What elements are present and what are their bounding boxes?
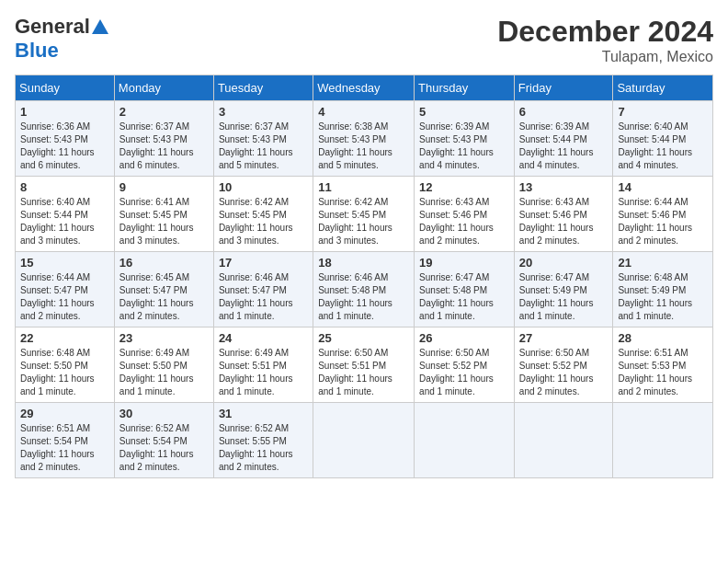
day-info: Sunrise: 6:51 AM Sunset: 5:54 PM Dayligh… xyxy=(20,422,109,474)
day-info: Sunrise: 6:38 AM Sunset: 5:43 PM Dayligh… xyxy=(318,121,409,172)
day-info: Sunrise: 6:40 AM Sunset: 5:44 PM Dayligh… xyxy=(20,196,109,247)
day-number: 17 xyxy=(219,256,308,270)
day-info: Sunrise: 6:52 AM Sunset: 5:55 PM Dayligh… xyxy=(219,422,308,474)
day-info: Sunrise: 6:49 AM Sunset: 5:50 PM Dayligh… xyxy=(119,347,209,398)
col-thursday: Thursday xyxy=(415,75,515,101)
day-info: Sunrise: 6:52 AM Sunset: 5:54 PM Dayligh… xyxy=(119,422,209,474)
day-number: 22 xyxy=(20,331,109,345)
day-cell-19: 19 Sunrise: 6:47 AM Sunset: 5:48 PM Dayl… xyxy=(415,252,515,327)
day-cell-12: 12 Sunrise: 6:43 AM Sunset: 5:46 PM Dayl… xyxy=(415,177,515,252)
calendar-week-row: 29 Sunrise: 6:51 AM Sunset: 5:54 PM Dayl… xyxy=(16,403,713,478)
month-title: December 2024 xyxy=(497,15,713,49)
empty-cell xyxy=(313,403,415,478)
day-info: Sunrise: 6:50 AM Sunset: 5:51 PM Dayligh… xyxy=(318,347,409,398)
day-cell-31: 31 Sunrise: 6:52 AM Sunset: 5:55 PM Dayl… xyxy=(213,403,313,478)
day-info: Sunrise: 6:42 AM Sunset: 5:45 PM Dayligh… xyxy=(219,196,308,247)
day-info: Sunrise: 6:47 AM Sunset: 5:49 PM Dayligh… xyxy=(519,271,609,323)
day-number: 29 xyxy=(20,407,109,420)
day-number: 10 xyxy=(219,180,308,194)
day-number: 4 xyxy=(318,105,409,119)
day-number: 31 xyxy=(219,407,308,420)
day-info: Sunrise: 6:49 AM Sunset: 5:51 PM Dayligh… xyxy=(219,347,308,398)
calendar-week-row: 1 Sunrise: 6:36 AM Sunset: 5:43 PM Dayli… xyxy=(16,101,713,177)
calendar-week-row: 8 Sunrise: 6:40 AM Sunset: 5:44 PM Dayli… xyxy=(16,177,713,252)
calendar-week-row: 15 Sunrise: 6:44 AM Sunset: 5:47 PM Dayl… xyxy=(16,252,713,327)
day-cell-30: 30 Sunrise: 6:52 AM Sunset: 5:54 PM Dayl… xyxy=(114,403,213,478)
day-number: 19 xyxy=(419,256,509,270)
day-cell-11: 11 Sunrise: 6:42 AM Sunset: 5:45 PM Dayl… xyxy=(313,177,415,252)
col-saturday: Saturday xyxy=(613,75,713,101)
day-cell-23: 23 Sunrise: 6:49 AM Sunset: 5:50 PM Dayl… xyxy=(114,327,213,403)
empty-cell xyxy=(613,403,713,478)
day-info: Sunrise: 6:39 AM Sunset: 5:43 PM Dayligh… xyxy=(419,121,509,172)
day-number: 2 xyxy=(119,105,209,119)
title-block: December 2024 Tulapam, Mexico xyxy=(497,15,713,65)
day-cell-10: 10 Sunrise: 6:42 AM Sunset: 5:45 PM Dayl… xyxy=(213,177,313,252)
day-info: Sunrise: 6:44 AM Sunset: 5:46 PM Dayligh… xyxy=(618,196,708,247)
day-info: Sunrise: 6:48 AM Sunset: 5:50 PM Dayligh… xyxy=(20,347,109,398)
day-cell-5: 5 Sunrise: 6:39 AM Sunset: 5:43 PM Dayli… xyxy=(415,101,515,177)
col-friday: Friday xyxy=(514,75,613,101)
logo-icon xyxy=(92,18,108,35)
day-info: Sunrise: 6:50 AM Sunset: 5:52 PM Dayligh… xyxy=(419,347,509,398)
day-number: 21 xyxy=(618,256,708,270)
col-tuesday: Tuesday xyxy=(213,75,313,101)
day-number: 23 xyxy=(119,331,209,345)
day-number: 25 xyxy=(318,331,409,345)
day-cell-27: 27 Sunrise: 6:50 AM Sunset: 5:52 PM Dayl… xyxy=(514,327,613,403)
col-sunday: Sunday xyxy=(16,75,115,101)
day-cell-28: 28 Sunrise: 6:51 AM Sunset: 5:53 PM Dayl… xyxy=(613,327,713,403)
day-cell-14: 14 Sunrise: 6:44 AM Sunset: 5:46 PM Dayl… xyxy=(613,177,713,252)
day-info: Sunrise: 6:50 AM Sunset: 5:52 PM Dayligh… xyxy=(519,347,609,398)
day-cell-15: 15 Sunrise: 6:44 AM Sunset: 5:47 PM Dayl… xyxy=(16,252,115,327)
day-number: 30 xyxy=(119,407,209,420)
calendar-table: Sunday Monday Tuesday Wednesday Thursday… xyxy=(15,75,713,478)
empty-cell xyxy=(415,403,515,478)
day-info: Sunrise: 6:37 AM Sunset: 5:43 PM Dayligh… xyxy=(119,121,209,172)
day-number: 3 xyxy=(219,105,308,119)
day-info: Sunrise: 6:47 AM Sunset: 5:48 PM Dayligh… xyxy=(419,271,509,323)
day-cell-7: 7 Sunrise: 6:40 AM Sunset: 5:44 PM Dayli… xyxy=(613,101,713,177)
col-wednesday: Wednesday xyxy=(313,75,415,101)
day-number: 20 xyxy=(519,256,609,270)
day-cell-25: 25 Sunrise: 6:50 AM Sunset: 5:51 PM Dayl… xyxy=(313,327,415,403)
day-number: 8 xyxy=(20,180,109,194)
logo: General Blue xyxy=(15,15,108,63)
header-row: Sunday Monday Tuesday Wednesday Thursday… xyxy=(16,75,713,101)
day-number: 26 xyxy=(419,331,509,345)
day-info: Sunrise: 6:48 AM Sunset: 5:49 PM Dayligh… xyxy=(618,271,708,323)
day-cell-21: 21 Sunrise: 6:48 AM Sunset: 5:49 PM Dayl… xyxy=(613,252,713,327)
day-cell-2: 2 Sunrise: 6:37 AM Sunset: 5:43 PM Dayli… xyxy=(114,101,213,177)
calendar-week-row: 22 Sunrise: 6:48 AM Sunset: 5:50 PM Dayl… xyxy=(16,327,713,403)
day-number: 5 xyxy=(419,105,509,119)
day-info: Sunrise: 6:44 AM Sunset: 5:47 PM Dayligh… xyxy=(20,271,109,323)
day-number: 1 xyxy=(20,105,109,119)
day-cell-29: 29 Sunrise: 6:51 AM Sunset: 5:54 PM Dayl… xyxy=(16,403,115,478)
location-subtitle: Tulapam, Mexico xyxy=(497,49,713,65)
day-info: Sunrise: 6:37 AM Sunset: 5:43 PM Dayligh… xyxy=(219,121,308,172)
day-number: 27 xyxy=(519,331,609,345)
logo-blue: Blue xyxy=(15,39,59,62)
day-number: 9 xyxy=(119,180,209,194)
day-number: 14 xyxy=(618,180,708,194)
day-number: 18 xyxy=(318,256,409,270)
day-info: Sunrise: 6:42 AM Sunset: 5:45 PM Dayligh… xyxy=(318,196,409,247)
day-number: 15 xyxy=(20,256,109,270)
day-cell-4: 4 Sunrise: 6:38 AM Sunset: 5:43 PM Dayli… xyxy=(313,101,415,177)
day-info: Sunrise: 6:40 AM Sunset: 5:44 PM Dayligh… xyxy=(618,121,708,172)
svg-marker-0 xyxy=(92,19,108,34)
page-header: General Blue December 2024 Tulapam, Mexi… xyxy=(15,15,713,65)
day-cell-17: 17 Sunrise: 6:46 AM Sunset: 5:47 PM Dayl… xyxy=(213,252,313,327)
day-number: 12 xyxy=(419,180,509,194)
day-number: 28 xyxy=(618,331,708,345)
logo-general: General xyxy=(15,15,90,39)
day-cell-8: 8 Sunrise: 6:40 AM Sunset: 5:44 PM Dayli… xyxy=(16,177,115,252)
day-number: 24 xyxy=(219,331,308,345)
day-cell-22: 22 Sunrise: 6:48 AM Sunset: 5:50 PM Dayl… xyxy=(16,327,115,403)
day-cell-3: 3 Sunrise: 6:37 AM Sunset: 5:43 PM Dayli… xyxy=(213,101,313,177)
day-cell-1: 1 Sunrise: 6:36 AM Sunset: 5:43 PM Dayli… xyxy=(16,101,115,177)
day-info: Sunrise: 6:45 AM Sunset: 5:47 PM Dayligh… xyxy=(119,271,209,323)
day-number: 13 xyxy=(519,180,609,194)
day-number: 16 xyxy=(119,256,209,270)
day-info: Sunrise: 6:51 AM Sunset: 5:53 PM Dayligh… xyxy=(618,347,708,398)
